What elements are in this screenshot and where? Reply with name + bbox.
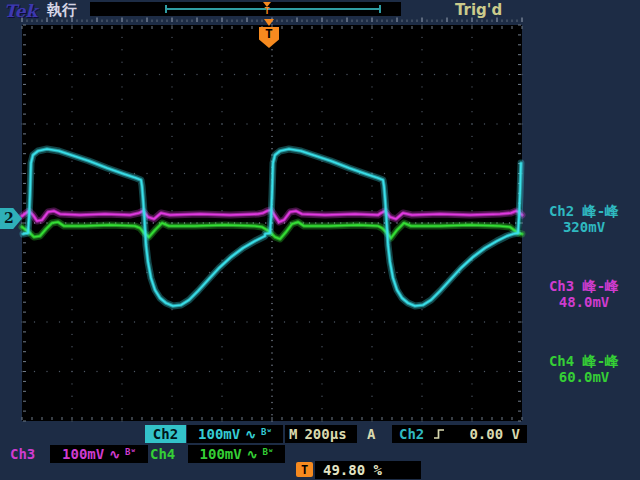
ac-coupling-icon: ∿ xyxy=(247,447,258,462)
ch2-scale-value: 100mV xyxy=(198,426,240,442)
bandwidth-limit-icon: Bʷ xyxy=(125,445,136,459)
ac-coupling-icon: ∿ xyxy=(109,447,120,462)
triangle-down-icon xyxy=(264,19,274,26)
measurement-ch4-value: 60.0mV xyxy=(528,369,640,385)
trigger-position-t-icon: T xyxy=(296,462,313,477)
trigger-position-readout: 49.80 % xyxy=(315,461,421,479)
graticule-plot xyxy=(0,0,640,480)
timebase-label: M xyxy=(289,426,297,442)
bandwidth-limit-icon: Bʷ xyxy=(263,445,274,459)
ch4-badge: Ch4 xyxy=(150,445,175,463)
measurement-ch2-label: Ch2 峰-峰 xyxy=(528,203,640,219)
measurement-ch3: Ch3 峰-峰 48.0mV xyxy=(528,278,640,310)
trigger-level: 0.00 V xyxy=(469,426,520,442)
timebase-readout: M 200µs xyxy=(285,425,357,443)
ch3-badge: Ch3 xyxy=(10,445,35,463)
measurement-ch3-value: 48.0mV xyxy=(528,294,640,310)
ch4-scale-readout: 100mV ∿ Bʷ xyxy=(188,445,285,463)
trigger-readout: Ch2 0.00 V xyxy=(392,425,527,443)
ch4-scale-value: 100mV xyxy=(200,446,242,462)
trigger-position-flag: T xyxy=(259,19,279,48)
trigger-t-icon: T xyxy=(259,27,279,48)
ch3-scale-value: 100mV xyxy=(62,446,104,462)
measurement-ch2: Ch2 峰-峰 320mV xyxy=(528,203,640,235)
measurement-ch2-value: 320mV xyxy=(528,219,640,235)
trigger-mode-label: A xyxy=(367,425,375,443)
measurement-ch4: Ch4 峰-峰 60.0mV xyxy=(528,353,640,385)
bandwidth-limit-icon: Bʷ xyxy=(261,425,272,439)
ch3-scale-readout: 100mV ∿ Bʷ xyxy=(50,445,148,463)
rising-edge-icon xyxy=(433,427,445,441)
timebase-value: 200µs xyxy=(304,426,346,442)
measurement-ch3-label: Ch3 峰-峰 xyxy=(528,278,640,294)
oscilloscope-screen: Tek 執行 T Trig'd T 2 Ch2 峰-峰 320mV Ch3 峰-… xyxy=(0,0,640,480)
measurement-ch4-label: Ch4 峰-峰 xyxy=(528,353,640,369)
ac-coupling-icon: ∿ xyxy=(245,427,256,442)
ch2-scale-readout: 100mV ∿ Bʷ xyxy=(187,425,283,443)
ch2-badge: Ch2 xyxy=(145,425,186,443)
trigger-source: Ch2 xyxy=(399,426,424,442)
